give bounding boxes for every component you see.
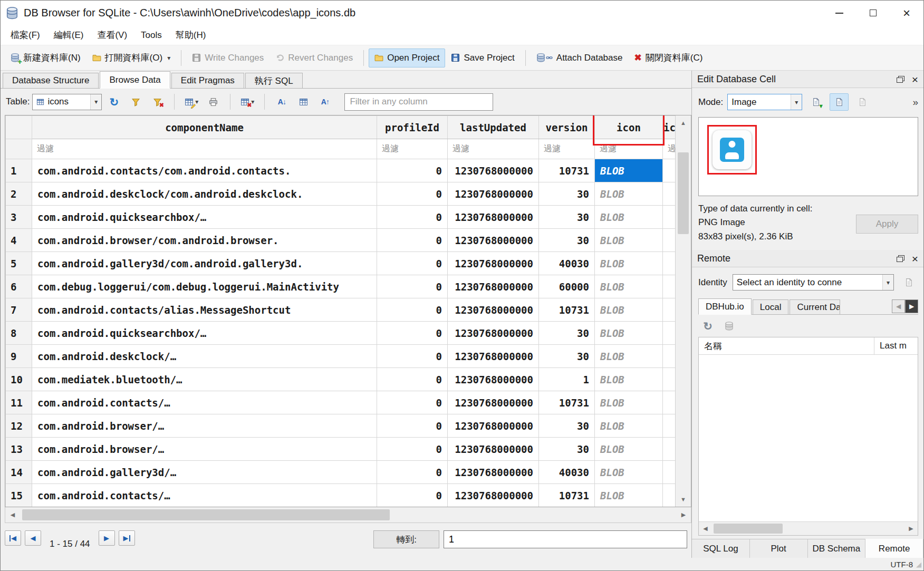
cell-profileId[interactable]: 0: [377, 206, 448, 229]
cell-partial[interactable]: [663, 414, 676, 438]
cell-version[interactable]: 40030: [539, 252, 595, 275]
table-options-button[interactable]: [294, 93, 313, 110]
cell-icon[interactable]: BLOB: [595, 229, 663, 252]
previous-page-button[interactable]: ◀: [25, 530, 41, 546]
cell-partial[interactable]: [663, 275, 676, 298]
cell-profileId[interactable]: 0: [377, 414, 448, 438]
word-wrap-button[interactable]: [853, 93, 872, 111]
cell-icon[interactable]: BLOB: [595, 345, 663, 368]
column-header-partial[interactable]: ic: [663, 116, 676, 139]
identity-select-dropdown-icon[interactable]: ▾: [882, 275, 893, 290]
attach-database-button[interactable]: Attach Database: [531, 49, 629, 67]
view-as-text-button[interactable]: [830, 93, 849, 111]
open-database-dropdown-icon[interactable]: ▾: [167, 54, 170, 62]
scroll-up-icon[interactable]: ▲: [676, 115, 691, 130]
row-number[interactable]: 1: [6, 159, 32, 182]
cell-version[interactable]: 30: [539, 345, 595, 368]
cell-version[interactable]: 10731: [539, 484, 595, 507]
first-page-button[interactable]: ◀: [5, 530, 21, 546]
menu-view[interactable]: 查看(V): [90, 25, 134, 45]
cell-componentName[interactable]: com.android.contacts/…: [32, 484, 377, 507]
cell-partial[interactable]: [663, 438, 676, 461]
cell-lastUpdated[interactable]: 1230768000000: [448, 298, 539, 322]
tab-scroll-right-icon[interactable]: ▶: [905, 299, 918, 313]
row-number[interactable]: 3: [6, 206, 32, 229]
cell-profileId[interactable]: 0: [377, 345, 448, 368]
row-number[interactable]: 7: [6, 298, 32, 322]
cell-partial[interactable]: [663, 368, 676, 391]
cell-lastUpdated[interactable]: 1230768000000: [448, 368, 539, 391]
cell-icon[interactable]: BLOB: [595, 298, 663, 322]
filter-button[interactable]: [126, 93, 145, 110]
cell-profileId[interactable]: 0: [377, 438, 448, 461]
close-button[interactable]: ×: [890, 1, 923, 25]
new-database-button[interactable]: + 新建資料庫(N): [5, 47, 86, 68]
filter-lastUpdated[interactable]: 過濾: [448, 139, 539, 159]
column-header-lastUpdated[interactable]: lastUpdated: [448, 116, 539, 139]
more-tools-icon[interactable]: »: [912, 96, 918, 108]
cell-icon[interactable]: BLOB: [595, 322, 663, 345]
delete-record-button[interactable]: ✖ ▾: [238, 93, 257, 110]
cell-icon[interactable]: BLOB: [595, 461, 663, 484]
cell-lastUpdated[interactable]: 1230768000000: [448, 275, 539, 298]
cell-partial[interactable]: [663, 159, 676, 182]
remote-scroll-right-icon[interactable]: ▶: [904, 522, 918, 535]
cell-lastUpdated[interactable]: 1230768000000: [448, 252, 539, 275]
filter-version[interactable]: 過濾: [539, 139, 595, 159]
column-header-version[interactable]: version: [539, 116, 595, 139]
cell-profileId[interactable]: 0: [377, 159, 448, 182]
column-header-icon[interactable]: icon: [595, 116, 663, 139]
tab-browse-data[interactable]: Browse Data: [100, 71, 170, 89]
cell-componentName[interactable]: com.android.contacts/…: [32, 391, 377, 414]
cell-componentName[interactable]: com.android.quicksearchbox/…: [32, 322, 377, 345]
cell-profileId[interactable]: 0: [377, 391, 448, 414]
remote-column-last-modified[interactable]: Last m: [874, 337, 918, 354]
remote-scroll-track[interactable]: [712, 522, 904, 535]
row-number[interactable]: 15: [6, 484, 32, 507]
horizontal-scroll-thumb[interactable]: [22, 509, 390, 520]
remote-scroll-left-icon[interactable]: ◀: [699, 522, 712, 535]
menu-tools[interactable]: Tools: [134, 25, 169, 45]
row-number[interactable]: 13: [6, 438, 32, 461]
tab-edit-pragmas[interactable]: Edit Pragmas: [171, 73, 244, 88]
cell-partial[interactable]: [663, 252, 676, 275]
cell-partial[interactable]: [663, 391, 676, 414]
goto-record-input[interactable]: [444, 530, 687, 548]
cell-icon[interactable]: BLOB: [595, 414, 663, 438]
remote-clone-button[interactable]: [719, 317, 738, 334]
maximize-button[interactable]: [856, 1, 890, 25]
dock-tab-sql-log[interactable]: SQL Log: [692, 539, 750, 558]
float-panel-icon[interactable]: [897, 255, 904, 262]
remote-refresh-button[interactable]: ↻: [698, 317, 717, 334]
cell-profileId[interactable]: 0: [377, 461, 448, 484]
cell-componentName[interactable]: com.android.browser/…: [32, 414, 377, 438]
import-data-button[interactable]: ▼: [806, 93, 825, 111]
cell-profileId[interactable]: 0: [377, 484, 448, 507]
cell-lastUpdated[interactable]: 1230768000000: [448, 182, 539, 206]
column-header-componentName[interactable]: componentName: [32, 116, 377, 139]
remote-column-name[interactable]: 名稱: [699, 337, 874, 354]
identity-settings-button[interactable]: [899, 274, 918, 291]
scroll-left-icon[interactable]: ◀: [5, 507, 20, 522]
close-panel-icon[interactable]: ×: [912, 74, 918, 85]
refresh-button[interactable]: ↻: [104, 93, 123, 110]
cell-version[interactable]: 30: [539, 438, 595, 461]
cell-componentName[interactable]: com.android.browser/com.android.browser.: [32, 229, 377, 252]
cell-partial[interactable]: [663, 182, 676, 206]
remote-tab-local[interactable]: Local: [753, 299, 789, 314]
tab-database-structure[interactable]: Database Structure: [3, 73, 99, 88]
cell-componentName[interactable]: com.android.browser/…: [32, 438, 377, 461]
cell-lastUpdated[interactable]: 1230768000000: [448, 461, 539, 484]
row-number[interactable]: 12: [6, 414, 32, 438]
cell-icon[interactable]: BLOB: [595, 484, 663, 507]
cell-version[interactable]: 40030: [539, 461, 595, 484]
resize-grip-icon[interactable]: ◢: [916, 560, 921, 568]
sort-asc-button[interactable]: A↓: [272, 93, 291, 110]
cell-partial[interactable]: [663, 206, 676, 229]
cell-lastUpdated[interactable]: 1230768000000: [448, 414, 539, 438]
sort-desc-button[interactable]: A↑: [315, 93, 334, 110]
vertical-scroll-track[interactable]: [676, 130, 691, 492]
cell-partial[interactable]: [663, 322, 676, 345]
close-panel-icon[interactable]: ×: [912, 253, 918, 264]
scroll-right-icon[interactable]: ▶: [676, 507, 691, 522]
